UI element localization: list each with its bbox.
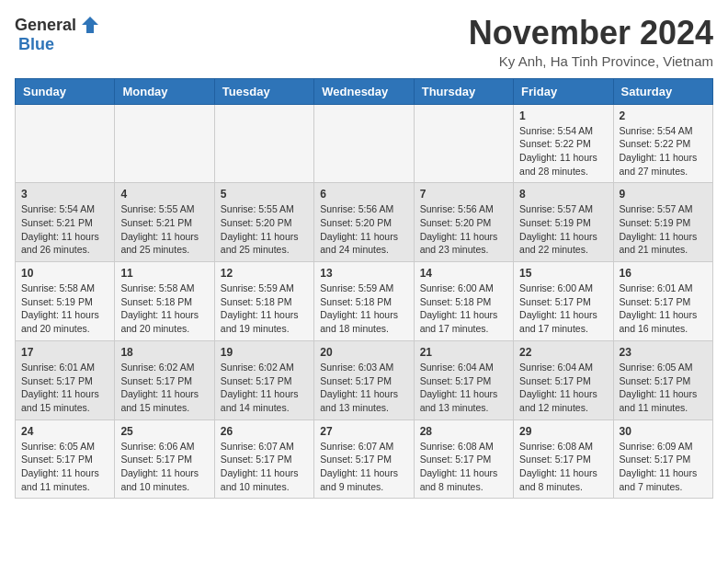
day-info: Sunrise: 5:57 AM Sunset: 5:19 PM Dayligh… bbox=[519, 202, 607, 257]
calendar-cell: 3Sunrise: 5:54 AM Sunset: 5:21 PM Daylig… bbox=[16, 183, 115, 262]
day-number: 9 bbox=[620, 188, 707, 201]
day-info: Sunrise: 6:02 AM Sunset: 5:17 PM Dayligh… bbox=[120, 361, 208, 415]
day-info: Sunrise: 5:56 AM Sunset: 5:20 PM Dayligh… bbox=[320, 202, 407, 257]
day-number: 11 bbox=[120, 267, 208, 280]
col-sunday: Sunday bbox=[16, 78, 115, 104]
day-info: Sunrise: 6:02 AM Sunset: 5:17 PM Dayligh… bbox=[221, 361, 308, 415]
day-info: Sunrise: 6:00 AM Sunset: 5:17 PM Dayligh… bbox=[519, 282, 607, 336]
col-friday: Friday bbox=[514, 78, 613, 104]
day-info: Sunrise: 6:05 AM Sunset: 5:17 PM Dayligh… bbox=[620, 361, 707, 415]
col-wednesday: Wednesday bbox=[314, 78, 414, 104]
day-number: 27 bbox=[320, 425, 407, 438]
calendar-week-3: 10Sunrise: 5:58 AM Sunset: 5:19 PM Dayli… bbox=[16, 262, 713, 341]
calendar-cell bbox=[414, 104, 513, 183]
day-number: 20 bbox=[320, 346, 407, 359]
day-number: 24 bbox=[21, 425, 108, 438]
day-number: 22 bbox=[519, 346, 607, 359]
day-number: 25 bbox=[120, 425, 208, 438]
logo-icon bbox=[80, 15, 100, 35]
calendar-cell: 26Sunrise: 6:07 AM Sunset: 5:17 PM Dayli… bbox=[214, 419, 313, 499]
svg-marker-0 bbox=[82, 17, 98, 33]
day-info: Sunrise: 5:54 AM Sunset: 5:22 PM Dayligh… bbox=[519, 124, 607, 178]
calendar-cell: 10Sunrise: 5:58 AM Sunset: 5:19 PM Dayli… bbox=[16, 262, 115, 341]
calendar-cell: 14Sunrise: 6:00 AM Sunset: 5:18 PM Dayli… bbox=[414, 262, 513, 341]
calendar-cell: 8Sunrise: 5:57 AM Sunset: 5:19 PM Daylig… bbox=[514, 183, 613, 262]
calendar-cell: 25Sunrise: 6:06 AM Sunset: 5:17 PM Dayli… bbox=[115, 419, 214, 499]
day-number: 7 bbox=[420, 188, 507, 201]
calendar-cell bbox=[214, 104, 313, 183]
day-info: Sunrise: 6:08 AM Sunset: 5:17 PM Dayligh… bbox=[420, 440, 507, 494]
day-info: Sunrise: 5:54 AM Sunset: 5:22 PM Dayligh… bbox=[620, 124, 707, 178]
day-info: Sunrise: 5:57 AM Sunset: 5:19 PM Dayligh… bbox=[620, 202, 707, 257]
calendar-cell: 6Sunrise: 5:56 AM Sunset: 5:20 PM Daylig… bbox=[314, 183, 414, 262]
day-number: 1 bbox=[519, 109, 607, 122]
day-info: Sunrise: 6:00 AM Sunset: 5:18 PM Dayligh… bbox=[420, 282, 507, 336]
calendar-cell: 1Sunrise: 5:54 AM Sunset: 5:22 PM Daylig… bbox=[514, 104, 613, 183]
calendar-cell: 9Sunrise: 5:57 AM Sunset: 5:19 PM Daylig… bbox=[613, 183, 712, 262]
day-info: Sunrise: 6:01 AM Sunset: 5:17 PM Dayligh… bbox=[21, 361, 108, 415]
day-info: Sunrise: 5:54 AM Sunset: 5:21 PM Dayligh… bbox=[21, 202, 108, 257]
calendar-cell: 27Sunrise: 6:07 AM Sunset: 5:17 PM Dayli… bbox=[314, 419, 414, 499]
calendar-week-2: 3Sunrise: 5:54 AM Sunset: 5:21 PM Daylig… bbox=[16, 183, 713, 262]
calendar-header-row: Sunday Monday Tuesday Wednesday Thursday… bbox=[16, 78, 713, 104]
col-monday: Monday bbox=[115, 78, 214, 104]
calendar-cell: 4Sunrise: 5:55 AM Sunset: 5:21 PM Daylig… bbox=[115, 183, 214, 262]
calendar-cell: 11Sunrise: 5:58 AM Sunset: 5:18 PM Dayli… bbox=[115, 262, 214, 341]
day-info: Sunrise: 5:59 AM Sunset: 5:18 PM Dayligh… bbox=[320, 282, 407, 336]
day-number: 8 bbox=[519, 188, 607, 201]
calendar-cell: 18Sunrise: 6:02 AM Sunset: 5:17 PM Dayli… bbox=[115, 340, 214, 419]
day-info: Sunrise: 6:04 AM Sunset: 5:17 PM Dayligh… bbox=[420, 361, 507, 415]
title-area: November 2024 Ky Anh, Ha Tinh Province, … bbox=[469, 15, 713, 69]
day-number: 16 bbox=[620, 267, 707, 280]
day-info: Sunrise: 6:03 AM Sunset: 5:17 PM Dayligh… bbox=[320, 361, 407, 415]
day-number: 23 bbox=[620, 346, 707, 359]
calendar-cell: 2Sunrise: 5:54 AM Sunset: 5:22 PM Daylig… bbox=[613, 104, 712, 183]
calendar-week-4: 17Sunrise: 6:01 AM Sunset: 5:17 PM Dayli… bbox=[16, 340, 713, 419]
calendar-cell: 19Sunrise: 6:02 AM Sunset: 5:17 PM Dayli… bbox=[214, 340, 313, 419]
location-subtitle: Ky Anh, Ha Tinh Province, Vietnam bbox=[469, 53, 713, 69]
calendar-cell: 21Sunrise: 6:04 AM Sunset: 5:17 PM Dayli… bbox=[414, 340, 513, 419]
day-number: 15 bbox=[519, 267, 607, 280]
day-info: Sunrise: 6:07 AM Sunset: 5:17 PM Dayligh… bbox=[320, 440, 407, 494]
day-info: Sunrise: 5:58 AM Sunset: 5:18 PM Dayligh… bbox=[120, 282, 208, 336]
day-info: Sunrise: 6:04 AM Sunset: 5:17 PM Dayligh… bbox=[519, 361, 607, 415]
calendar-week-5: 24Sunrise: 6:05 AM Sunset: 5:17 PM Dayli… bbox=[16, 419, 713, 499]
calendar-table: Sunday Monday Tuesday Wednesday Thursday… bbox=[15, 78, 713, 500]
day-info: Sunrise: 5:55 AM Sunset: 5:21 PM Dayligh… bbox=[120, 202, 208, 257]
logo-general-text: General bbox=[15, 16, 76, 35]
day-info: Sunrise: 6:06 AM Sunset: 5:17 PM Dayligh… bbox=[120, 440, 208, 494]
logo-blue-text: Blue bbox=[18, 35, 54, 53]
day-info: Sunrise: 5:56 AM Sunset: 5:20 PM Dayligh… bbox=[420, 202, 507, 257]
day-number: 10 bbox=[21, 267, 108, 280]
day-number: 3 bbox=[21, 188, 108, 201]
calendar-cell: 13Sunrise: 5:59 AM Sunset: 5:18 PM Dayli… bbox=[314, 262, 414, 341]
calendar-cell: 22Sunrise: 6:04 AM Sunset: 5:17 PM Dayli… bbox=[514, 340, 613, 419]
month-title: November 2024 bbox=[469, 15, 713, 52]
day-number: 21 bbox=[420, 346, 507, 359]
day-number: 26 bbox=[221, 425, 308, 438]
day-number: 18 bbox=[120, 346, 208, 359]
day-info: Sunrise: 6:08 AM Sunset: 5:17 PM Dayligh… bbox=[519, 440, 607, 494]
logo: General bbox=[15, 15, 100, 35]
day-number: 6 bbox=[320, 188, 407, 201]
day-info: Sunrise: 5:55 AM Sunset: 5:20 PM Dayligh… bbox=[221, 202, 308, 257]
day-number: 30 bbox=[620, 425, 707, 438]
day-info: Sunrise: 5:58 AM Sunset: 5:19 PM Dayligh… bbox=[21, 282, 108, 336]
day-info: Sunrise: 5:59 AM Sunset: 5:18 PM Dayligh… bbox=[221, 282, 308, 336]
day-number: 4 bbox=[120, 188, 208, 201]
day-info: Sunrise: 6:01 AM Sunset: 5:17 PM Dayligh… bbox=[620, 282, 707, 336]
calendar-cell: 17Sunrise: 6:01 AM Sunset: 5:17 PM Dayli… bbox=[16, 340, 115, 419]
day-number: 29 bbox=[519, 425, 607, 438]
page-header: General Blue November 2024 Ky Anh, Ha Ti… bbox=[15, 15, 713, 69]
day-info: Sunrise: 6:07 AM Sunset: 5:17 PM Dayligh… bbox=[221, 440, 308, 494]
calendar-cell bbox=[115, 104, 214, 183]
calendar-week-1: 1Sunrise: 5:54 AM Sunset: 5:22 PM Daylig… bbox=[16, 104, 713, 183]
day-number: 2 bbox=[620, 109, 707, 122]
col-saturday: Saturday bbox=[613, 78, 712, 104]
calendar-cell: 28Sunrise: 6:08 AM Sunset: 5:17 PM Dayli… bbox=[414, 419, 513, 499]
calendar-cell: 5Sunrise: 5:55 AM Sunset: 5:20 PM Daylig… bbox=[214, 183, 313, 262]
logo-area: General Blue bbox=[15, 15, 100, 54]
day-number: 14 bbox=[420, 267, 507, 280]
calendar-cell: 30Sunrise: 6:09 AM Sunset: 5:17 PM Dayli… bbox=[613, 419, 712, 499]
day-number: 12 bbox=[221, 267, 308, 280]
